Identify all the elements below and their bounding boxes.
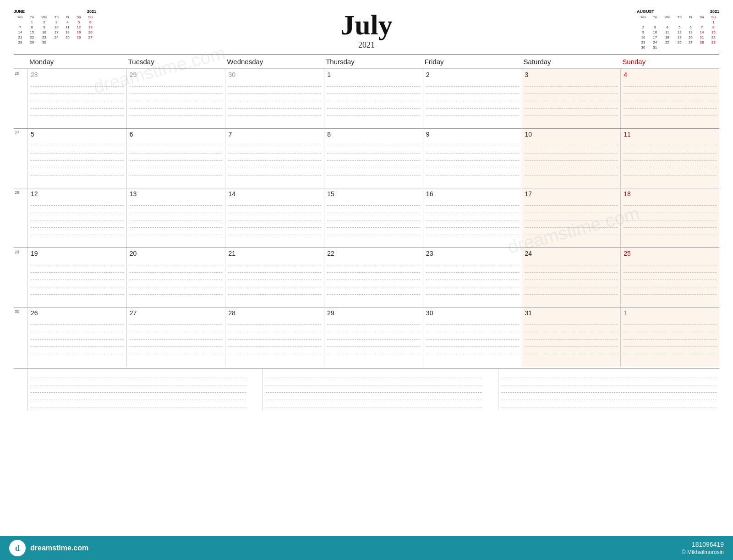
day-cell[interactable]: 1 — [620, 307, 719, 367]
day-line — [624, 88, 717, 94]
day-line — [525, 288, 618, 295]
june-header-th: Th — [51, 15, 62, 20]
day-cell[interactable]: 22 — [324, 248, 423, 307]
day-line — [624, 326, 717, 332]
day-line — [426, 266, 519, 273]
day-line — [426, 281, 519, 287]
day-line — [228, 88, 321, 94]
day-cell[interactable]: 12 — [27, 188, 126, 247]
day-number: 6 — [130, 131, 223, 138]
day-number: 15 — [327, 190, 420, 198]
day-number: 11 — [624, 131, 717, 138]
day-cell[interactable]: 7 — [225, 129, 324, 188]
day-number: 8 — [327, 131, 420, 138]
day-cell[interactable]: 26 — [27, 307, 126, 367]
day-number: 4 — [624, 71, 717, 78]
day-line — [228, 221, 321, 228]
day-line — [426, 80, 519, 87]
day-cell[interactable]: 8 — [324, 129, 423, 188]
day-line — [327, 169, 420, 176]
week-number: 28 — [14, 188, 27, 247]
day-line — [31, 169, 124, 176]
day-line — [525, 110, 618, 116]
day-line — [228, 214, 321, 220]
notes-col-2 — [263, 369, 484, 410]
day-cell[interactable]: 6 — [126, 129, 225, 188]
day-line — [31, 95, 124, 101]
week-number: 30 — [14, 307, 27, 367]
day-line — [130, 214, 223, 220]
day-line — [228, 274, 321, 280]
day-cell[interactable]: 28 — [27, 69, 126, 128]
day-cell[interactable]: 27 — [126, 307, 225, 367]
day-cell[interactable]: 24 — [522, 248, 621, 307]
day-cell[interactable]: 9 — [423, 129, 522, 188]
day-line — [426, 88, 519, 94]
day-cell[interactable]: 30 — [423, 307, 522, 367]
day-cell[interactable]: 31 — [522, 307, 621, 367]
day-cell[interactable]: 29 — [324, 307, 423, 367]
day-line — [327, 110, 420, 116]
day-cell[interactable]: 1 — [324, 69, 423, 128]
day-cell[interactable]: 14 — [225, 188, 324, 247]
day-line — [624, 229, 717, 235]
notes-line — [501, 394, 717, 400]
mini-calendar-august: AUGUST 2021 Mo Tu We Th Fr Sa Su 1234567… — [637, 9, 719, 50]
aug-header-fr: Fr — [685, 15, 696, 20]
day-line — [525, 162, 618, 168]
calendar-header: JUNE 2021 Mo Tu We Th Fr Sa Su 123456789… — [9, 9, 724, 50]
aug-header-sa: Sa — [696, 15, 707, 20]
day-line — [426, 348, 519, 354]
notes-line — [31, 394, 246, 400]
day-line — [31, 88, 124, 94]
day-line — [624, 169, 717, 176]
day-cell[interactable]: 28 — [225, 307, 324, 367]
week-row: 262829301234 — [14, 69, 719, 128]
day-line — [130, 326, 223, 332]
day-cell[interactable]: 23 — [423, 248, 522, 307]
day-header-tuesday: Tuesday — [126, 58, 225, 66]
day-line — [426, 102, 519, 109]
day-cell[interactable]: 19 — [27, 248, 126, 307]
day-line — [228, 318, 321, 325]
day-number: 10 — [525, 131, 618, 138]
notes-line — [31, 401, 246, 407]
day-line — [525, 102, 618, 109]
day-line — [327, 259, 420, 265]
day-cell[interactable]: 17 — [522, 188, 621, 247]
day-cell[interactable]: 11 — [620, 129, 719, 188]
day-cell[interactable]: 25 — [620, 248, 719, 307]
day-line — [624, 274, 717, 280]
day-cell[interactable]: 3 — [522, 69, 621, 128]
june-header-sa: Sa — [73, 15, 84, 20]
day-line — [228, 288, 321, 295]
footer-author: © Mikhailmorosin — [682, 549, 724, 555]
day-line — [130, 110, 223, 116]
notes-line — [266, 394, 481, 400]
day-cell[interactable]: 13 — [126, 188, 225, 247]
aug-header-th: Th — [674, 15, 685, 20]
day-cell[interactable]: 18 — [620, 188, 719, 247]
day-line — [426, 110, 519, 116]
day-line — [525, 214, 618, 220]
day-cell[interactable]: 4 — [620, 69, 719, 128]
day-cell[interactable]: 5 — [27, 129, 126, 188]
day-headers-row: Monday Tuesday Wednesday Thursday Friday… — [14, 55, 719, 69]
notes-line — [501, 379, 717, 385]
day-line — [624, 147, 717, 154]
day-line — [426, 169, 519, 176]
day-cell[interactable]: 15 — [324, 188, 423, 247]
day-cell[interactable]: 20 — [126, 248, 225, 307]
day-cell[interactable]: 29 — [126, 69, 225, 128]
day-cell[interactable]: 2 — [423, 69, 522, 128]
day-line — [426, 288, 519, 295]
day-cell[interactable]: 21 — [225, 248, 324, 307]
day-cell[interactable]: 16 — [423, 188, 522, 247]
footer-logo: d dreamstime.com — [9, 540, 88, 556]
day-number: 17 — [525, 190, 618, 198]
day-line — [31, 154, 124, 161]
day-line — [31, 281, 124, 287]
day-line — [130, 348, 223, 354]
day-cell[interactable]: 30 — [225, 69, 324, 128]
day-cell[interactable]: 10 — [522, 129, 621, 188]
